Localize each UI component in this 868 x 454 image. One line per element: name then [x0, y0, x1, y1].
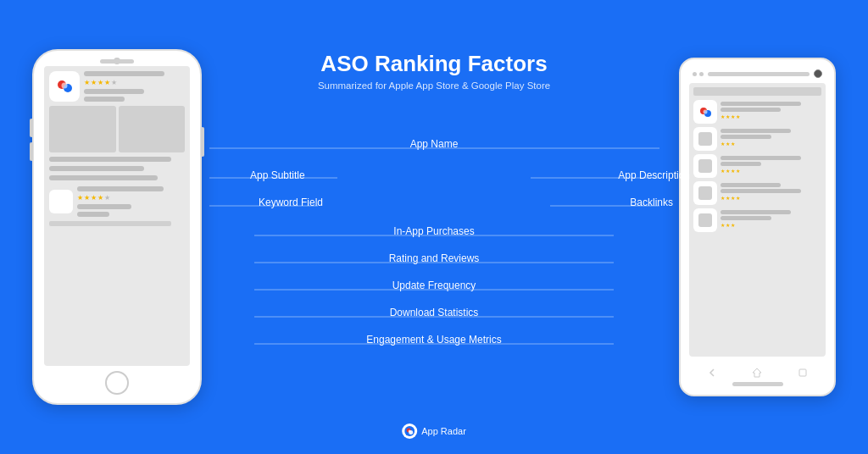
extra-bar-1: [49, 221, 171, 226]
iphone-screen: ★ ★ ★ ★ ★: [44, 66, 190, 366]
app-radar-branding: App Radar: [402, 424, 466, 439]
svg-point-7: [704, 110, 708, 114]
android-body: ★ ★ ★ ★ ★: [679, 58, 836, 396]
b-star-5: ★: [104, 194, 110, 202]
android-top-bar: [689, 69, 826, 78]
a-icon-placeholder-5: [698, 213, 712, 227]
a-stars-1: ★ ★ ★ ★: [721, 114, 821, 119]
a-sub-1: [721, 108, 781, 112]
app-sub-bar: [84, 89, 144, 94]
android-camera: [814, 69, 822, 78]
bottom-name: [77, 186, 164, 191]
a2-s1: ★: [721, 141, 725, 147]
a-sub-5: [721, 216, 771, 220]
star-2: ★: [91, 79, 97, 86]
app-radar-icon: [404, 426, 415, 436]
a4-s3: ★: [731, 195, 735, 201]
bottom-app-info: ★ ★ ★ ★ ★: [77, 186, 185, 217]
small-app-icon: [49, 190, 73, 213]
b-star-4: ★: [97, 194, 103, 202]
a4-s4: ★: [736, 195, 740, 201]
android-app-icon-5: [693, 208, 717, 232]
a-s1: ★: [721, 114, 725, 119]
android-bottom-speaker: [732, 382, 783, 386]
iphone-home-button: [105, 371, 129, 395]
iphone-power-button: [201, 127, 204, 157]
main-scene: ★ ★ ★ ★ ★: [0, 0, 868, 454]
main-title: ASO Ranking Factors: [318, 51, 550, 77]
a-s3: ★: [731, 114, 735, 119]
android-app-row-2: ★ ★ ★: [693, 127, 821, 151]
screenshot-1: [49, 106, 116, 152]
stars-row: ★ ★ ★ ★ ★: [84, 79, 185, 86]
a-s4: ★: [736, 114, 740, 119]
android-screen: ★ ★ ★ ★ ★: [689, 83, 826, 357]
a2-s2: ★: [726, 141, 730, 147]
label-app-subtitle: App Subtitle: [250, 169, 305, 181]
a-stars-3: ★ ★ ★ ★: [721, 168, 821, 174]
a-icon-placeholder-3: [698, 159, 712, 173]
iphone-device: ★ ★ ★ ★ ★: [32, 49, 202, 405]
star-4: ★: [104, 79, 110, 86]
app-top-row: ★ ★ ★ ★ ★: [49, 71, 185, 102]
android-icon-svg-1: [697, 103, 714, 120]
label-backlinks: Backlinks: [630, 197, 673, 208]
b-star-2: ★: [84, 194, 90, 202]
a2-s3: ★: [731, 141, 735, 147]
android-app-info-1: ★ ★ ★ ★: [721, 100, 821, 119]
a-icon-placeholder-4: [698, 186, 712, 200]
label-app-description: App Description: [618, 169, 690, 181]
iphone-vol-button: [30, 119, 33, 137]
bottom-dl: [77, 212, 109, 217]
screenshot-grid: [49, 106, 185, 152]
label-in-app-purchases: In-App Purchases: [393, 225, 474, 237]
a-name-2: [721, 129, 791, 133]
android-speaker: [708, 72, 810, 76]
screenshot-2: [119, 106, 186, 152]
label-app-name: App Name: [410, 138, 459, 150]
app-dl-bar: [84, 97, 125, 102]
star-5-empty: ★: [111, 79, 117, 86]
svg-point-3: [62, 83, 68, 89]
page-subtitle: Summarized for Apple App Store & Google …: [318, 80, 550, 91]
home-shape: [752, 368, 762, 378]
android-home-icon: [750, 366, 764, 379]
a5-s3: ★: [731, 222, 735, 228]
a3-s2: ★: [726, 168, 730, 174]
android-app-icon-1: [693, 100, 717, 124]
svg-point-23: [409, 430, 411, 433]
a-sub-2: [721, 135, 771, 139]
desc-bar-3: [49, 175, 158, 180]
a4-s1: ★: [721, 195, 725, 201]
svg-rect-9: [799, 369, 806, 376]
android-app-row-5: ★ ★ ★: [693, 208, 821, 232]
desc-bar-1: [49, 157, 171, 162]
android-app-info-3: ★ ★ ★ ★: [721, 154, 821, 174]
label-update-frequency: Update Frequency: [392, 280, 476, 291]
a5-s2: ★: [726, 222, 730, 228]
a5-s1: ★: [721, 222, 725, 228]
label-rating-reviews: Rating and Reviews: [389, 252, 480, 264]
android-app-row-3: ★ ★ ★ ★: [693, 154, 821, 178]
android-app-row-4: ★ ★ ★ ★: [693, 181, 821, 205]
app-icon: [49, 71, 80, 102]
android-app-icon-4: [693, 181, 717, 205]
android-recents-icon: [796, 366, 810, 379]
a-stars-4: ★ ★ ★ ★: [721, 195, 821, 201]
a-name-4: [721, 183, 781, 187]
iphone-speaker: [100, 59, 134, 64]
a-s2: ★: [726, 114, 730, 119]
b-star-1: ★: [77, 194, 83, 202]
desc-bar-2: [49, 166, 144, 171]
back-chevron: [707, 368, 717, 378]
android-app-row-1: ★ ★ ★ ★: [693, 100, 821, 124]
a-name-5: [721, 210, 791, 214]
a4-s2: ★: [726, 195, 730, 201]
heading-area: ASO Ranking Factors Summarized for Apple…: [318, 51, 550, 108]
star-3: ★: [97, 79, 103, 86]
a-sub-4: [721, 189, 801, 193]
b-star-3: ★: [91, 194, 97, 202]
app-info: ★ ★ ★ ★ ★: [84, 71, 185, 102]
a-icon-placeholder-2: [698, 132, 712, 146]
android-dot-2: [699, 72, 704, 76]
